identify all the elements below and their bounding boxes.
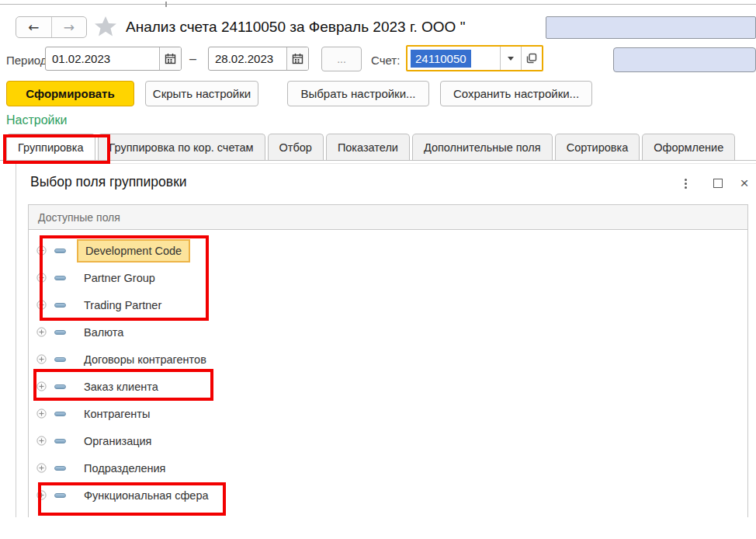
expand-plus-icon[interactable] (36, 409, 47, 419)
settings-tab-1[interactable]: Группировка по кор. счетам (98, 134, 265, 160)
field-icon (54, 384, 66, 389)
tree-item-label: Договоры контрагентов (77, 349, 213, 370)
field-icon (54, 466, 66, 471)
tree-rows: Development Code Partner Group Trading P… (29, 237, 747, 509)
tree-item-label: Заказ клиента (77, 377, 165, 397)
settings-tab-2[interactable]: Отбор (268, 134, 324, 160)
date-to-field[interactable]: 28.02.2023 (208, 47, 309, 71)
expand-plus-icon[interactable] (36, 300, 47, 310)
field-tree: Development Code Partner Group Trading P… (28, 230, 748, 517)
tab-label: Оформление (654, 141, 723, 154)
dialog-title: Выбор поля группировки (30, 174, 187, 190)
settings-tab-0[interactable]: Группировка (6, 134, 95, 160)
choose-settings-button[interactable]: Выбрать настройки... (287, 81, 429, 106)
account-field[interactable]: 24110050 (406, 45, 543, 71)
splitter-tick[interactable] (165, 2, 167, 7)
tree-item-label: Функциональная сфера (77, 485, 216, 506)
tab-label: Дополнительные поля (424, 141, 541, 154)
settings-tab-3[interactable]: Показатели (326, 134, 410, 160)
history-nav-group: ← → (16, 16, 87, 38)
field-icon (54, 493, 66, 498)
generate-button[interactable]: Сформировать (6, 81, 134, 106)
tree-item[interactable]: Договоры контрагентов (29, 346, 747, 373)
more-menu-icon[interactable] (678, 176, 692, 190)
expand-plus-icon[interactable] (36, 245, 47, 256)
tab-label: Группировка (18, 141, 84, 154)
tree-item[interactable]: Контрагенты (29, 400, 747, 427)
tree-item[interactable]: Организация (29, 427, 747, 454)
expand-plus-icon[interactable] (36, 381, 47, 391)
settings-tabs: Группировка Группировка по кор. счетам О… (0, 134, 756, 161)
redacted-company-name (546, 16, 756, 39)
account-analysis-window: ← → Анализ счета 24110050 за Февраль 202… (0, 0, 756, 539)
tab-label: Показатели (338, 141, 398, 154)
tree-item[interactable]: Partner Group (29, 264, 747, 291)
calendar-icon[interactable] (286, 47, 308, 70)
tab-label: Отбор (279, 141, 312, 154)
available-fields-table: Доступные поля Development Code Partner … (28, 204, 748, 517)
page-title: Анализ счета 24110050 за Февраль 2023 г.… (126, 19, 465, 36)
field-icon (54, 412, 66, 416)
tree-item-label: Контрагенты (77, 404, 157, 424)
period-options-button[interactable]: ... (321, 47, 362, 71)
column-header: Доступные поля (28, 204, 748, 230)
calendar-icon[interactable] (159, 47, 181, 70)
date-to-value[interactable]: 28.02.2023 (209, 47, 286, 70)
window-top-divider (0, 4, 756, 5)
tree-item[interactable]: Валюта (29, 318, 747, 346)
settings-tab-4[interactable]: Дополнительные поля (412, 134, 553, 160)
back-button[interactable]: ← (16, 17, 52, 37)
expand-plus-icon[interactable] (36, 327, 47, 337)
account-value[interactable]: 24110050 (411, 50, 471, 68)
hide-settings-button[interactable]: Скрыть настройки (145, 81, 258, 106)
tab-label: Группировка по кор. счетам (109, 141, 254, 154)
expand-plus-icon[interactable] (36, 463, 47, 473)
tree-item-label: Подразделения (77, 458, 172, 478)
field-icon (54, 439, 66, 443)
field-icon (54, 276, 66, 280)
date-range-separator: – (189, 52, 196, 66)
grouping-field-dialog: Выбор поля группировки × Доступные поля … (16, 163, 756, 517)
save-settings-button[interactable]: Сохранить настройки... (440, 81, 592, 106)
field-icon (54, 303, 66, 308)
account-dropdown-button[interactable] (500, 47, 521, 70)
account-label: Счет: (371, 54, 400, 67)
field-icon (54, 330, 66, 335)
tree-item[interactable]: Заказ клиента (29, 373, 747, 400)
tree-item[interactable]: Функциональная сфера (29, 482, 747, 509)
account-open-button[interactable] (521, 47, 542, 70)
maximize-icon[interactable] (711, 176, 725, 190)
tree-item-label: Development Code (77, 239, 190, 263)
tree-item-label: Организация (77, 431, 158, 451)
expand-plus-icon[interactable] (36, 354, 47, 364)
favorite-star-icon[interactable] (93, 14, 118, 42)
redacted-field (613, 47, 756, 72)
expand-plus-icon[interactable] (36, 436, 47, 446)
field-icon (54, 357, 66, 362)
settings-tab-5[interactable]: Сортировка (555, 134, 640, 160)
tree-item[interactable]: Development Code (29, 237, 747, 264)
date-from-field[interactable]: 01.02.2023 (45, 47, 182, 71)
date-from-value[interactable]: 01.02.2023 (46, 47, 159, 70)
tree-item-label: Trading Partner (77, 295, 168, 315)
chevron-down-icon (508, 57, 514, 61)
settings-section-label: Настройки (6, 113, 67, 127)
tree-item-label: Partner Group (77, 268, 162, 288)
tab-label: Сортировка (567, 141, 629, 154)
field-icon (54, 249, 66, 253)
period-label: Период: (6, 54, 50, 67)
expand-plus-icon[interactable] (36, 490, 47, 500)
close-icon[interactable]: × (737, 176, 751, 190)
settings-tab-6[interactable]: Оформление (642, 134, 735, 160)
account-value-area[interactable]: 24110050 (407, 47, 500, 70)
open-in-window-icon (526, 53, 537, 64)
forward-button[interactable]: → (52, 17, 87, 37)
tree-item[interactable]: Trading Partner (29, 291, 747, 318)
tree-item[interactable]: Подразделения (29, 454, 747, 482)
expand-plus-icon[interactable] (36, 273, 47, 283)
tree-item-label: Валюта (77, 322, 130, 343)
